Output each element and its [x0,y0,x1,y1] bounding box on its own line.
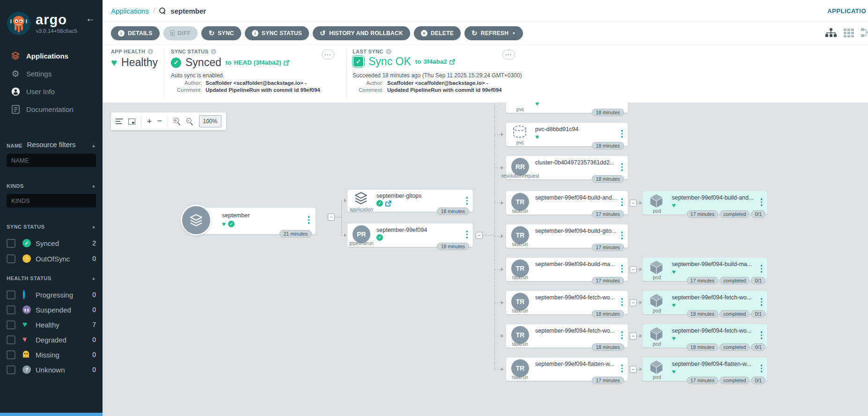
node-menu-button[interactable] [620,264,624,274]
node-pvc-partial[interactable]: pvc 18 minutes [506,103,628,113]
node-taskrun[interactable]: TR taskrun september-99ef094-fetch-wo...… [506,291,628,314]
sidebar-item-user-info[interactable]: User Info [0,82,103,100]
collapse-button[interactable] [630,333,637,340]
sync-button[interactable]: SYNC [201,26,241,40]
node-menu-button[interactable] [760,364,764,373]
sync-more-button[interactable]: ··· [322,50,334,59]
node-menu-button[interactable] [307,215,311,225]
align-icon[interactable] [116,119,123,124]
node-september-99ef094[interactable]: PR pipelinerun september-99ef094 18 minu… [347,223,473,247]
zoom-out-button[interactable]: − [157,117,162,126]
synced-checkbox[interactable] [7,239,15,248]
node-menu-button[interactable] [760,264,764,274]
node-menu-button[interactable] [465,230,469,239]
node-september[interactable]: september 21 minutes [196,208,316,234]
help-icon[interactable] [211,49,216,54]
node-menu-button[interactable] [620,364,624,373]
chevron-up-icon[interactable] [92,143,96,148]
ready-badge: 0/1 [751,377,765,384]
collapse-button[interactable] [630,299,637,306]
breadcrumb-applications-link[interactable]: Applications [111,7,149,15]
node-menu-button[interactable] [760,197,764,207]
node-september-gitops[interactable]: application september-gitops 18 minutes [347,190,473,212]
unknown-checkbox[interactable] [7,365,15,374]
fit-to-screen-icon[interactable] [128,119,135,125]
collapse-button[interactable] [476,232,483,239]
node-menu-button[interactable] [620,230,624,240]
tree-view-icon[interactable] [825,28,837,40]
network-view-icon[interactable] [861,28,868,40]
filter-count: 0 [92,306,96,313]
node-menu-button[interactable] [620,197,624,207]
sync-status-button[interactable]: SYNC STATUS [245,26,309,40]
last-sync-revision-link[interactable]: to 3f4aba2 [415,58,455,65]
node-menu-button[interactable] [620,330,624,340]
grid-view-icon[interactable] [843,28,854,40]
history-rollback-button[interactable]: HISTORY AND ROLLBACK [313,26,410,40]
delete-button[interactable]: DELETE [414,26,461,40]
last-sync-more-button[interactable]: ··· [502,50,515,59]
help-icon[interactable] [386,49,391,54]
healthy-checkbox[interactable] [7,320,15,329]
kinds-filter-input[interactable] [7,194,96,208]
outofsync-checkbox[interactable] [7,254,15,263]
filter-section-sync-status[interactable]: SYNC STATUS [7,224,96,230]
details-button[interactable]: DETAILS [111,26,160,40]
external-link-icon[interactable] [385,201,391,207]
collapse-button[interactable] [328,214,335,221]
filter-count: 0 [92,351,96,358]
app-name-search-value[interactable]: september [170,7,206,15]
sidebar-item-documentation[interactable]: Documentation [0,100,103,118]
collapse-button[interactable] [630,366,637,373]
node-menu-button[interactable] [760,330,764,340]
help-icon[interactable] [147,49,153,54]
node-pod[interactable]: pod september-99ef094-fetch-wo... 18 min… [643,291,767,314]
node-taskrun[interactable]: TR taskrun september-99ef094-flatten-w..… [506,357,628,381]
collapse-button[interactable] [630,266,637,273]
magnifier-plus-icon[interactable]: + [174,118,181,125]
node-taskrun[interactable]: TR taskrun september-99ef094-fetch-wo...… [506,324,628,348]
node-taskrun[interactable]: TR taskrun september-99ef094-build-ma...… [506,258,628,281]
progressing-checkbox[interactable] [7,290,15,299]
node-taskrun[interactable]: TR taskrun september-99ef094-build-and..… [506,191,628,215]
suspended-checkbox[interactable] [7,305,15,314]
sidebar-item-applications[interactable]: Applications [0,47,103,65]
node-pod[interactable]: pod september-99ef094-fetch-wo... 18 min… [643,324,767,348]
refresh-button[interactable]: REFRESH [464,26,523,40]
node-taskrun[interactable]: TR taskrun september-99ef094-build-gito.… [506,224,628,248]
node-menu-button[interactable] [465,196,469,206]
chevron-up-icon[interactable] [92,276,96,281]
sidebar-item-settings[interactable]: Settings [0,65,103,82]
node-pod[interactable]: pod september-99ef094-flatten-w... 17 mi… [643,357,767,381]
node-kind-label: pod [653,275,661,280]
sidebar-collapse-icon[interactable] [86,13,95,24]
resource-tree-graph: + − + − september 21 minutes applicatio [103,103,868,416]
name-filter-input[interactable] [7,154,96,167]
node-menu-button[interactable] [620,162,624,172]
missing-checkbox[interactable] [7,350,15,359]
application-details-link[interactable]: APPLICATIO [827,7,866,15]
node-menu-button[interactable] [760,297,764,307]
filter-section-health-status[interactable]: HEALTH STATUS [7,275,96,281]
filter-section-kinds[interactable]: KINDS [7,183,96,189]
node-resolutionrequest[interactable]: RR resolutionrequest cluster-0b404972357… [506,156,628,179]
chevron-up-icon[interactable] [92,184,96,188]
chevron-up-icon[interactable] [92,224,96,229]
sidebar-scrollbar[interactable] [0,413,103,416]
sync-revision-link[interactable]: to HEAD (3f4aba2) [226,59,289,66]
diff-button[interactable]: DIFF [163,26,198,40]
zoom-level-input[interactable] [199,115,221,127]
application-root-icon[interactable] [181,205,212,236]
collapse-button[interactable] [630,200,637,207]
degraded-checkbox[interactable] [7,335,15,344]
node-menu-button[interactable] [620,129,624,139]
node-menu-button[interactable] [620,297,624,307]
filter-count: 0 [92,291,96,298]
magnifier-minus-icon[interactable]: − [186,118,193,125]
node-pvc-d8bbd91c94[interactable]: pvc pvc-d8bbd91c94 18 minutes [506,123,628,146]
age-badge: 18 minutes [592,175,624,183]
node-pod[interactable]: pod september-99ef094-build-ma... 17 min… [643,258,767,281]
zoom-in-button[interactable]: + [147,117,152,126]
node-pod[interactable]: pod september-99ef094-build-and... 17 mi… [643,191,767,215]
filter-section-name[interactable]: NAME [7,143,96,149]
